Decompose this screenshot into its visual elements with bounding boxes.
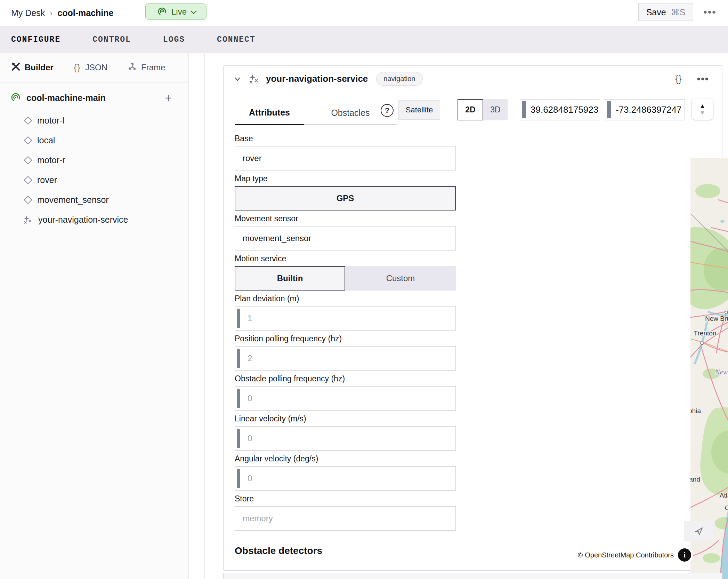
- field-linear-velocity-m-s: Linear velocity (m/s)0: [235, 414, 456, 451]
- field-placeholder: memory: [243, 514, 273, 523]
- config-view-tabs: Builder{}JSONFrame: [0, 53, 189, 82]
- plan-deviation-m-input[interactable]: 1: [235, 306, 456, 331]
- map-label-new-brunswick: New Brunswick: [705, 315, 728, 322]
- obstacle-polling-frequency-hz-input[interactable]: 0: [235, 386, 456, 411]
- latitude-input[interactable]: 39.62848175923: [520, 99, 600, 120]
- step-down-icon[interactable]: ▼: [699, 109, 706, 116]
- field-label: Base: [235, 134, 456, 143]
- view-tab-label: Frame: [141, 63, 165, 72]
- field-obstacle-polling-frequency-hz: Obstacle polling frequency (hz)0: [235, 374, 456, 411]
- sidebar: Builder{}JSONFrame cool-machine-main + m…: [0, 53, 189, 579]
- nav-tab-control[interactable]: CONTROL: [92, 35, 131, 44]
- nav-tab-connect[interactable]: CONNECT: [217, 35, 256, 44]
- service-type-badge: navigation: [376, 72, 422, 86]
- braces-icon: {}: [74, 62, 81, 73]
- segment-builtin[interactable]: Builtin: [235, 266, 345, 291]
- collapse-chevron-icon[interactable]: [233, 75, 242, 83]
- chevron-down-icon: [191, 8, 197, 14]
- city-marker-new-brunswick: [725, 311, 728, 314]
- machine-main-label: cool-machine-main: [26, 93, 106, 103]
- component-label: motor-r: [37, 155, 65, 165]
- view-tab-json[interactable]: {}JSON: [74, 62, 107, 73]
- view-tab-frame[interactable]: Frame: [128, 62, 165, 73]
- map-label-philadelphia: Philadelphia: [690, 407, 701, 414]
- locate-button[interactable]: [684, 521, 713, 541]
- navigation-map[interactable]: MassachusettsProvidenceRhode IslandConne…: [690, 158, 728, 579]
- field-value: 0: [248, 394, 252, 403]
- number-drag-handle[interactable]: [237, 309, 240, 328]
- breadcrumb-separator-icon: ›: [50, 8, 52, 18]
- map-type-button[interactable]: GPS: [235, 186, 456, 211]
- field-angular-velocity-deg-s: Angular velocity (deg/s)0: [235, 454, 456, 491]
- sidebar-item-movement_sensor[interactable]: movement_sensor: [0, 190, 189, 210]
- field-label: Store: [235, 494, 456, 503]
- longitude-value: -73.2486397247: [616, 104, 681, 115]
- panel-divider: [204, 53, 205, 579]
- position-polling-frequency-hz-input[interactable]: 2: [235, 346, 456, 371]
- add-component-button[interactable]: +: [165, 88, 172, 108]
- save-shortcut: ⌘S: [671, 7, 686, 17]
- sidebar-item-your-navigation-service[interactable]: your-navigation-service: [0, 210, 189, 230]
- field-motion-service: Motion serviceBuiltinCustom: [235, 254, 456, 291]
- mode-3d-button[interactable]: 3D: [483, 99, 508, 120]
- nav-tab-logs[interactable]: LOGS: [163, 35, 185, 44]
- navigation-service-icon: [23, 215, 32, 224]
- component-label: motor-l: [37, 116, 64, 126]
- field-label: Plan deviation (m): [235, 294, 456, 303]
- store-input[interactable]: memory: [235, 506, 456, 531]
- movement-sensor-input[interactable]: movement_sensor: [235, 226, 456, 251]
- view-tab-builder[interactable]: Builder: [11, 62, 54, 73]
- component-icon: [24, 196, 32, 204]
- longitude-drag-handle[interactable]: [607, 101, 611, 118]
- mode-2d-button[interactable]: 2D: [458, 99, 483, 120]
- component-icon: [24, 136, 32, 144]
- field-label: Motion service: [235, 254, 456, 263]
- nav-tab-configure[interactable]: CONFIGURE: [11, 35, 60, 44]
- number-drag-handle[interactable]: [237, 389, 240, 408]
- live-status-dropdown[interactable]: Live: [145, 3, 207, 20]
- motion-service-segmented: BuiltinCustom: [235, 266, 456, 291]
- main-nav-tabs: CONFIGURECONTROLLOGSCONNECT: [0, 26, 728, 53]
- info-icon[interactable]: i: [678, 548, 691, 562]
- number-drag-handle[interactable]: [237, 429, 240, 448]
- latitude-drag-handle[interactable]: [522, 101, 526, 118]
- map-label-city: City: [725, 504, 728, 511]
- sidebar-item-rover[interactable]: rover: [0, 170, 189, 190]
- sidebar-item-local[interactable]: local: [0, 130, 189, 150]
- number-drag-handle[interactable]: [237, 349, 240, 368]
- sidebar-item-motor-l[interactable]: motor-l: [0, 111, 189, 130]
- field-movement-sensor: Movement sensormovement_sensor: [235, 214, 456, 251]
- satellite-toggle-button[interactable]: Satellite: [398, 100, 440, 120]
- city-marker-trenton: [701, 342, 703, 344]
- card-header: your-navigation-service navigation {} ••…: [224, 66, 722, 92]
- breadcrumb-root[interactable]: My Desk: [11, 8, 45, 18]
- base-input[interactable]: rover: [235, 146, 456, 170]
- field-position-polling-frequency-hz: Position polling frequency (hz)2: [235, 334, 456, 371]
- number-drag-handle[interactable]: [237, 469, 240, 488]
- component-label: local: [37, 135, 55, 145]
- tab-attributes[interactable]: Attributes: [235, 101, 304, 125]
- navigation-service-card: your-navigation-service navigation {} ••…: [223, 65, 722, 571]
- component-icon: [24, 176, 32, 184]
- overflow-menu-icon[interactable]: •••: [699, 4, 720, 20]
- sidebar-item-motor-r[interactable]: motor-r: [0, 150, 189, 170]
- field-map-type: Map typeGPS: [235, 174, 456, 211]
- field-label: Angular velocity (deg/s): [235, 454, 456, 463]
- top-bar: My Desk › cool-machine Live Save ⌘S •••: [0, 0, 728, 26]
- segment-custom[interactable]: Custom: [345, 266, 456, 291]
- step-up-icon[interactable]: ▲: [699, 103, 706, 109]
- field-label: Obstacle polling frequency (hz): [235, 374, 456, 383]
- longitude-input[interactable]: -73.2486397247: [605, 99, 685, 120]
- field-store: Storememory: [235, 494, 456, 531]
- save-button[interactable]: Save ⌘S: [638, 3, 693, 21]
- linear-velocity-m-s-input[interactable]: 0: [235, 426, 456, 451]
- angular-velocity-deg-s-input[interactable]: 0: [235, 466, 456, 491]
- card-menu-icon[interactable]: •••: [697, 73, 709, 85]
- map-label-new-jersey: New Jersey: [715, 368, 728, 376]
- breadcrumb: My Desk › cool-machine: [11, 0, 113, 26]
- json-view-icon[interactable]: {}: [675, 73, 681, 84]
- sidebar-item-machine-main[interactable]: cool-machine-main: [0, 88, 189, 108]
- map-label-trenton: Trenton: [694, 330, 717, 337]
- zoom-stepper[interactable]: ▲ ▼: [692, 98, 713, 120]
- help-icon[interactable]: ?: [381, 104, 394, 117]
